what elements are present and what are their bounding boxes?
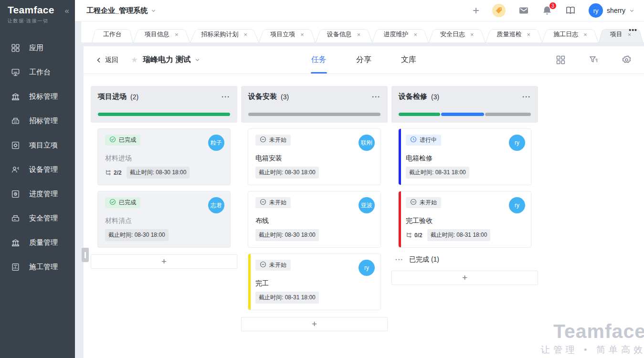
open-tab-招标采购计划[interactable]: 招标采购计划× [190,26,259,42]
sidebar-item-label: 施工管理 [29,263,58,272]
open-tab-安全日志[interactable]: 安全日志× [429,26,486,42]
equipment-management-icon [11,165,20,174]
open-tab-施工日志[interactable]: 施工日志× [542,26,599,42]
settings-gear-icon[interactable] [622,55,632,65]
assignee-avatar[interactable]: 亚波 [359,197,375,213]
tab-library[interactable]: 文库 [401,46,416,74]
sidebar-item-label: 投标管理 [29,92,58,101]
tabs-more-icon[interactable]: ••• [629,26,637,34]
open-tab-项目信息[interactable]: 项目信息× [133,26,190,42]
open-tab-质量巡检[interactable]: 质量巡检× [486,26,542,42]
status-badge: 未开始 [406,197,441,208]
task-title: 电箱检修 [406,154,525,163]
sidebar-item-应用[interactable]: 应用 [0,36,75,60]
column-count: (3) [281,93,289,101]
chevron-down-icon [195,57,200,63]
topbar-actions: + 3 ry sherry [473,3,634,18]
status-badge: 已完成 [105,135,140,146]
add-task-button[interactable]: + [91,254,237,269]
sidebar-item-设备管理[interactable]: 设备管理 [0,158,75,182]
create-new-icon[interactable]: + [473,6,479,15]
column-menu-icon[interactable]: ··· [522,95,531,99]
column-progress-bar [98,113,230,116]
assignee-avatar[interactable]: ry [509,135,525,151]
task-card[interactable]: 已完成粒子材料进场2/2截止时间: 08-30 18:00 [97,128,231,185]
open-tab-工作台[interactable]: 工作台 [92,26,133,42]
tab-tasks[interactable]: 任务 [311,46,327,74]
sidebar-item-项目立项[interactable]: 项目立项 [0,133,75,158]
status-badge: 未开始 [255,260,291,271]
sidebar-item-label: 工作台 [29,68,51,77]
status-label: 已完成 [119,136,136,144]
notification-bell-icon[interactable]: 3 [542,5,552,16]
open-tab-设备信息[interactable]: 设备信息× [316,26,372,42]
close-tab-icon[interactable]: × [470,32,474,38]
user-avatar: ry [589,3,603,18]
sidebar-collapse-icon[interactable]: « [65,6,69,16]
close-tab-icon[interactable]: × [413,32,417,38]
column-menu-icon[interactable]: ··· [372,95,380,99]
sidebar-item-质量管理[interactable]: 质量管理 [0,231,75,255]
knowledge-book-icon[interactable] [565,5,576,16]
open-tab-label: 设备信息 [327,30,352,39]
column-cards: 已完成粒子材料进场2/2截止时间: 08-30 18:00已完成志君材料清点截止… [91,128,237,248]
back-button[interactable]: 返回 [96,56,118,64]
collapsed-group-toggle[interactable]: ···已完成 (1) [391,248,538,264]
column-menu-icon[interactable]: ··· [222,95,230,99]
minus-circle-icon [260,136,266,144]
status-label: 未开始 [269,199,286,207]
card-accent-bar [248,254,251,310]
status-label: 进行中 [420,136,437,144]
clock-icon [410,136,417,144]
assignee-avatar[interactable]: ry [509,197,525,213]
assignee-avatar[interactable]: ry [359,260,375,276]
task-card[interactable]: 未开始亚波布线截止时间: 08-30 18:00 [248,191,381,248]
tender-management-icon [11,116,20,126]
system-title[interactable]: 工程企业_管理系统 [86,6,156,15]
close-tab-icon[interactable]: × [583,32,587,38]
project-title[interactable]: 瑞峰电力 测试 [143,55,200,65]
filter-icon[interactable] [589,55,599,65]
close-tab-icon[interactable]: × [357,32,361,38]
sidebar-item-进度管理[interactable]: 进度管理 [0,182,75,206]
task-card[interactable]: 未开始联刚电箱安装截止时间: 08-30 18:00 [248,128,381,185]
task-card[interactable]: 未开始ry完工截止时间: 08-31 18:00 [248,253,381,310]
main-area: 工程企业_管理系统 + 3 ry sherry [75,0,644,358]
content-panel: 返回 ★ 瑞峰电力 测试 任务 分享 文库 [84,46,644,358]
assignee-avatar[interactable]: 志君 [208,197,224,213]
close-tab-icon[interactable]: × [175,32,179,38]
close-tab-icon[interactable]: × [244,32,248,38]
status-badge: 进行中 [406,135,441,146]
project-header-icons [556,55,632,65]
task-card[interactable]: 进行中ry电箱检修截止时间: 08-31 18:00 [398,128,531,185]
add-task-button[interactable]: + [391,271,538,285]
mail-icon[interactable] [518,5,529,16]
open-tab-进度维护[interactable]: 进度维护× [372,26,429,42]
chevron-down-icon [629,8,634,13]
user-menu[interactable]: ry sherry [589,3,634,18]
panel-collapse-handle[interactable] [82,248,89,262]
sidebar-item-施工管理[interactable]: 施工管理 [0,255,75,279]
minus-circle-icon [410,199,417,207]
bid-management-icon [11,92,20,101]
sidebar-item-工作台[interactable]: 工作台 [0,60,75,84]
task-card[interactable]: 已完成志君材料清点截止时间: 08-30 18:00 [97,191,231,248]
tab-share[interactable]: 分享 [356,46,371,74]
open-tab-项目立项[interactable]: 项目立项× [259,26,316,42]
column-count: (2) [130,93,138,101]
close-tab-icon[interactable]: × [300,32,304,38]
task-card[interactable]: 未开始ry完工验收0/2截止时间: 08-31 18:00 [398,191,531,248]
add-task-button[interactable]: + [241,317,388,331]
sidebar-item-招标管理[interactable]: 招标管理 [0,109,75,133]
open-tab-label: 质量巡检 [497,30,522,39]
assignee-avatar[interactable]: 联刚 [359,135,375,151]
close-tab-icon[interactable]: × [527,32,531,38]
sidebar-item-安全管理[interactable]: 安全管理 [0,206,75,231]
project-view-tabs: 任务 分享 文库 [311,46,416,74]
board-view-icon[interactable] [556,55,566,65]
tag-button[interactable] [492,4,506,17]
assignee-avatar[interactable]: 粒子 [208,135,224,151]
sidebar-item-投标管理[interactable]: 投标管理 [0,84,75,109]
favorite-star-icon[interactable]: ★ [131,55,138,65]
topbar: 工程企业_管理系统 + 3 ry sherry [75,0,644,21]
